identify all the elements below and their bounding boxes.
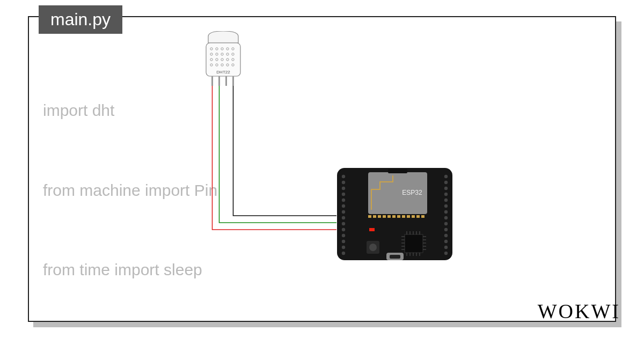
code-line: sensor = dht.DHT11(Pin(14)) <box>43 336 265 339</box>
esp32-board[interactable]: ESP32 <box>337 168 452 260</box>
svg-point-40 <box>444 175 448 178</box>
svg-rect-66 <box>416 215 420 218</box>
svg-point-39 <box>342 252 345 255</box>
svg-rect-65 <box>412 215 415 218</box>
svg-point-51 <box>444 240 448 243</box>
circuit-diagram[interactable]: DHT22 ESP32 <box>193 31 494 278</box>
svg-point-34 <box>342 222 345 225</box>
svg-point-53 <box>444 252 448 255</box>
svg-rect-71 <box>405 234 423 253</box>
svg-point-33 <box>342 216 345 219</box>
svg-rect-55 <box>388 169 407 173</box>
svg-rect-64 <box>407 215 410 218</box>
svg-rect-93 <box>390 255 400 259</box>
svg-point-31 <box>342 204 345 208</box>
svg-point-49 <box>444 228 448 231</box>
svg-point-29 <box>342 193 345 196</box>
svg-rect-63 <box>402 215 405 218</box>
dht22-label: DHT22 <box>216 70 230 75</box>
svg-point-50 <box>444 234 448 237</box>
svg-point-28 <box>342 187 345 190</box>
svg-rect-23 <box>225 76 227 86</box>
svg-point-37 <box>342 240 345 243</box>
svg-point-45 <box>444 204 448 208</box>
file-tab[interactable]: main.py <box>39 5 122 34</box>
svg-rect-21 <box>211 76 213 86</box>
svg-point-46 <box>444 210 448 214</box>
file-tab-label: main.py <box>50 10 111 29</box>
svg-rect-58 <box>378 215 381 218</box>
svg-point-32 <box>342 210 345 214</box>
svg-point-44 <box>444 199 448 202</box>
esp32-label: ESP32 <box>402 189 422 196</box>
svg-point-47 <box>444 216 448 219</box>
svg-point-30 <box>342 199 345 202</box>
svg-point-42 <box>444 187 448 190</box>
svg-point-36 <box>342 234 345 237</box>
svg-rect-67 <box>421 215 425 218</box>
svg-rect-60 <box>387 215 391 218</box>
svg-point-26 <box>342 175 345 178</box>
brand-text: WOKWI <box>538 300 620 322</box>
svg-rect-24 <box>232 76 234 86</box>
svg-point-27 <box>342 181 345 184</box>
svg-point-48 <box>444 222 448 225</box>
wire-vcc <box>213 86 337 230</box>
svg-rect-61 <box>392 215 396 218</box>
brand-logo: WOKWI <box>538 299 620 323</box>
svg-rect-59 <box>383 215 386 218</box>
svg-rect-56 <box>368 215 371 218</box>
svg-point-35 <box>342 228 345 231</box>
dht22-sensor[interactable]: DHT22 <box>206 31 240 86</box>
svg-point-43 <box>444 193 448 196</box>
svg-point-52 <box>444 246 448 249</box>
wire-data <box>219 86 337 223</box>
svg-point-41 <box>444 181 448 184</box>
svg-rect-68 <box>369 228 375 231</box>
svg-rect-57 <box>373 215 376 218</box>
svg-point-70 <box>369 244 377 251</box>
wire-gnd <box>233 86 337 216</box>
svg-rect-22 <box>218 76 220 86</box>
svg-rect-62 <box>397 215 400 218</box>
svg-point-38 <box>342 246 345 249</box>
